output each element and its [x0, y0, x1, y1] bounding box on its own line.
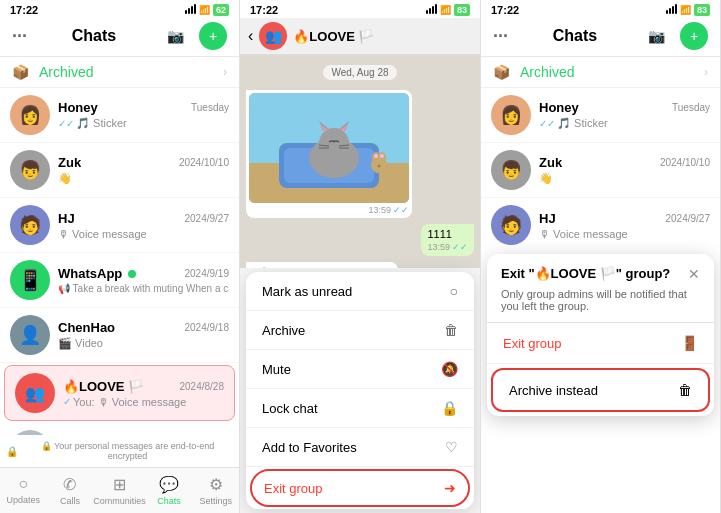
- msg-1111-time-row: 13:59 ✓✓: [427, 242, 468, 252]
- chat-info-loove: 🔥LOOVE 🏳️ 2024/8/28 ✓ You: 🎙 Voice messa…: [63, 379, 224, 408]
- menu-favorites[interactable]: Add to Favorites ♡: [246, 428, 474, 467]
- calls-label: Calls: [60, 496, 80, 506]
- right-status-bar: 17:22 📶 83: [481, 0, 720, 18]
- msg-image-ticks: ✓✓: [393, 205, 409, 215]
- chat-item-joys[interactable]: 👥 Joys General, Announcements ›: [0, 423, 239, 435]
- signal-icon: [185, 4, 196, 16]
- nav-communities[interactable]: ⊞ Communities: [93, 472, 146, 509]
- menu-mark-unread[interactable]: Mark as unread ○: [246, 272, 474, 311]
- exit-group-action[interactable]: Exit group 🚪: [487, 323, 714, 364]
- chat-time-zuk: 2024/10/10: [179, 157, 229, 168]
- chat-item-loove[interactable]: 👥 🔥LOOVE 🏳️ 2024/8/28 ✓ You: 🎙 Voice mes…: [4, 365, 235, 421]
- right-chat-preview-hj: 🎙 Voice message: [539, 228, 710, 240]
- updates-icon: ○: [18, 475, 28, 493]
- right-archived-row[interactable]: 📦 Archived ›: [481, 57, 720, 88]
- right-avatar-honey: 👩: [491, 95, 531, 135]
- chat-preview-honey: ✓✓ 🎵 Sticker: [58, 117, 229, 130]
- right-chat-info-hj: HJ 2024/9/27 🎙 Voice message: [539, 211, 710, 240]
- lock-icon: 🔒: [6, 446, 18, 457]
- exit-dialog-close-button[interactable]: ✕: [688, 266, 700, 282]
- right-menu-dots-button[interactable]: ···: [493, 26, 508, 47]
- left-status-icons: 📶 62: [185, 4, 229, 16]
- right-header-icons: 📷 +: [642, 22, 708, 50]
- date-separator: Wed, Aug 28: [323, 65, 396, 80]
- svg-point-19: [378, 165, 381, 168]
- exit-group-action-icon: 🚪: [681, 335, 698, 351]
- right-chat-list: 👩 Honey Tuesday ✓✓ 🎵 Sticker 👦 Zuk 2024/…: [481, 88, 720, 248]
- menu-lock-chat[interactable]: Lock chat 🔒: [246, 389, 474, 428]
- right-avatar-zuk: 👦: [491, 150, 531, 190]
- chat-preview-loove: ✓ You: 🎙 Voice message: [63, 396, 224, 408]
- encrypt-notice: 🔒 🔒 Your personal messages are end-to-en…: [0, 435, 239, 467]
- exit-group-icon: ➜: [444, 480, 456, 496]
- right-wifi-icon: 📶: [680, 5, 691, 15]
- sticker-label: 🎵 Sticker: [76, 117, 127, 130]
- nav-updates[interactable]: ○ Updates: [0, 472, 47, 509]
- camera-button[interactable]: 📷: [161, 22, 189, 50]
- left-status-bar: 17:22 📶 62: [0, 0, 239, 18]
- exit-group-container: Exit group ➜: [246, 467, 474, 509]
- svg-point-17: [374, 154, 378, 158]
- menu-mute[interactable]: Mute 🔕: [246, 350, 474, 389]
- chats-icon: 💬: [159, 475, 179, 494]
- right-new-chat-button[interactable]: +: [680, 22, 708, 50]
- svg-point-5: [319, 128, 349, 158]
- chat-name-chenhao: ChenHao: [58, 320, 115, 335]
- right-chevron-right-icon: ›: [704, 65, 708, 79]
- exit-group-action-label: Exit group: [503, 336, 562, 351]
- archived-row[interactable]: 📦 Archived ›: [0, 57, 239, 88]
- menu-archive[interactable]: Archive 🗑: [246, 311, 474, 350]
- msg-1111-time: 13:59: [427, 242, 450, 252]
- settings-icon: ⚙: [209, 475, 223, 494]
- avatar-zuk: 👦: [10, 150, 50, 190]
- left-time: 17:22: [10, 4, 38, 16]
- middle-status-icons: 📶 83: [426, 4, 470, 16]
- chat-preview-hj: 🎙 Voice message: [58, 228, 229, 240]
- settings-label: Settings: [199, 496, 232, 506]
- chat-item-whatsapp[interactable]: 📱 WhatsApp 2024/9/19 📢 Take a break with…: [0, 253, 239, 308]
- back-button[interactable]: ‹: [248, 27, 253, 45]
- right-chat-item-hj[interactable]: 🧑 HJ 2024/9/27 🎙 Voice message: [481, 198, 720, 248]
- msg-image-time: 13:59: [368, 205, 391, 215]
- chat-item-zuk[interactable]: 👦 Zuk 2024/10/10 👋: [0, 143, 239, 198]
- middle-status-bar: 17:22 📶 83: [240, 0, 480, 18]
- chat-body: Wed, Aug 28: [240, 55, 480, 268]
- nav-calls[interactable]: ✆ Calls: [47, 472, 94, 509]
- right-chat-item-zuk[interactable]: 👦 Zuk 2024/10/10 👋: [481, 143, 720, 198]
- chat-name-honey: Honey: [58, 100, 98, 115]
- right-panel: 17:22 📶 83 ··· Chats 📷 + 📦 Archived ›: [481, 0, 721, 513]
- mid-signal-icon: [426, 4, 437, 16]
- chat-item-hj[interactable]: 🧑 HJ 2024/9/27 🎙 Voice message: [0, 198, 239, 253]
- chat-item-chenhao[interactable]: 👤 ChenHao 2024/9/18 🎬 Video: [0, 308, 239, 363]
- msg-image-time-row: 13:59 ✓✓: [249, 205, 409, 215]
- msg-text-1111: 1111 13:59 ✓✓: [421, 224, 474, 256]
- updates-label: Updates: [7, 495, 41, 505]
- chat-time-hj: 2024/9/27: [185, 213, 230, 224]
- header-action-icons: 📷 +: [161, 22, 227, 50]
- battery-icon: 62: [213, 4, 229, 16]
- via-text: ~Via +86 178 2742 0357: [252, 266, 392, 268]
- archive-menu-icon: 🗑: [444, 322, 458, 338]
- chat-name-zuk: Zuk: [58, 155, 81, 170]
- archive-instead-label: Archive instead: [509, 383, 598, 398]
- right-chat-time-zuk: 2024/10/10: [660, 157, 710, 168]
- chat-item-honey[interactable]: 👩 Honey Tuesday ✓✓ 🎵 Sticker: [0, 88, 239, 143]
- new-chat-button[interactable]: +: [199, 22, 227, 50]
- right-archived-label: Archived: [520, 64, 574, 80]
- avatar-joys: 👥: [10, 430, 50, 435]
- right-battery-icon: 83: [694, 4, 710, 16]
- msg-1111-ticks: ✓✓: [452, 242, 468, 252]
- right-camera-button[interactable]: 📷: [642, 22, 670, 50]
- nav-chats[interactable]: 💬 Chats: [146, 472, 193, 509]
- chat-name-hj: HJ: [58, 211, 75, 226]
- archive-instead-action[interactable]: Archive instead 🗑: [493, 370, 708, 410]
- mid-battery-icon: 83: [454, 4, 470, 16]
- context-menu: Mark as unread ○ Archive 🗑 Mute 🔕 Lock c…: [246, 272, 474, 509]
- nav-settings[interactable]: ⚙ Settings: [192, 472, 239, 509]
- left-header: ··· Chats 📷 +: [0, 18, 239, 57]
- menu-exit-group[interactable]: Exit group ➜: [252, 471, 468, 505]
- right-signal-icon: [666, 4, 677, 16]
- menu-dots-button[interactable]: ···: [12, 26, 27, 47]
- right-chat-item-honey[interactable]: 👩 Honey Tuesday ✓✓ 🎵 Sticker: [481, 88, 720, 143]
- right-archive-icon: 📦: [493, 64, 510, 80]
